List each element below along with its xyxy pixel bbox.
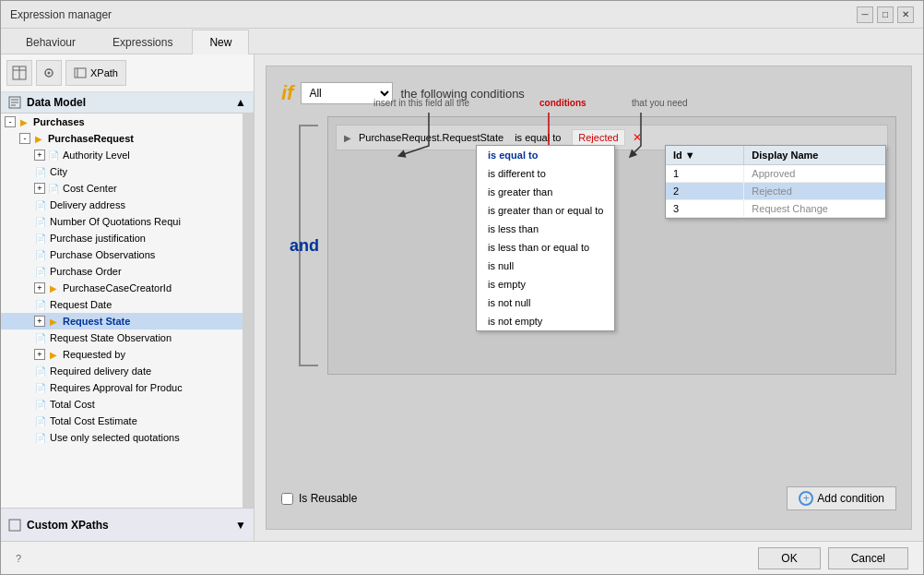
tab-behaviour[interactable]: Behaviour xyxy=(8,30,93,54)
tree-item-requeststateobs[interactable]: 📄 Request State Observation xyxy=(1,329,243,346)
operator-dropdown: is equal to is different to is greater t… xyxy=(476,145,615,331)
operator-item-different[interactable]: is different to xyxy=(477,164,614,183)
xpath-button[interactable]: XPath xyxy=(65,60,126,86)
svg-rect-11 xyxy=(9,520,20,531)
tree-item-label: Request State Observation xyxy=(50,332,172,343)
id-cell: 1 xyxy=(666,165,744,182)
operator-item-greater-equal[interactable]: is greater than or equal to xyxy=(477,201,614,220)
tree-item-label: Requested by xyxy=(63,349,125,360)
xpath-icon xyxy=(74,66,87,79)
and-label: and xyxy=(290,236,319,256)
tree-item-totalcostestimate[interactable]: 📄 Total Cost Estimate xyxy=(1,413,243,429)
tree-item-totalcost[interactable]: 📄 Total Cost xyxy=(1,396,243,413)
tree-item-observations[interactable]: 📄 Purchase Observations xyxy=(1,246,243,263)
tree-item-quotationsonly[interactable]: 📄 Use only selected quotations xyxy=(1,429,243,446)
tree-item-label: Requires Approval for Produc xyxy=(50,382,183,393)
collapse-arrow[interactable]: ▲ xyxy=(235,96,246,109)
delete-condition-button[interactable]: ✕ xyxy=(633,131,642,144)
tree-item-quotations[interactable]: 📄 Number Of Quotations Requi xyxy=(1,213,243,230)
tree-item-label: Number Of Quotations Requi xyxy=(50,216,181,227)
condition-value[interactable]: Rejected xyxy=(572,129,624,146)
ok-button[interactable]: OK xyxy=(758,547,820,569)
tree-item-authority[interactable]: + 📄 Authority Level xyxy=(1,147,243,163)
if-row: if All the following conditions xyxy=(281,81,896,105)
operator-item-less-equal[interactable]: is less than or equal to xyxy=(477,238,614,257)
tree-item-purchases[interactable]: - ▶ Purchases xyxy=(1,114,243,130)
condition-field[interactable]: PurchaseRequest.RequestState xyxy=(359,132,503,143)
close-button[interactable]: ✕ xyxy=(897,6,914,23)
tree-item-costcenter[interactable]: + 📄 Cost Center xyxy=(1,180,243,197)
settings-icon-button[interactable] xyxy=(36,60,62,86)
expand-toggle[interactable]: + xyxy=(34,316,45,327)
tab-new[interactable]: New xyxy=(192,30,249,54)
tree-item-requiresapproval[interactable]: 📄 Requires Approval for Produc xyxy=(1,379,243,396)
expand-toggle[interactable]: + xyxy=(34,349,45,360)
expand-toggle[interactable]: - xyxy=(19,133,30,144)
help-icon[interactable]: ? xyxy=(16,553,21,564)
expand-toggle[interactable]: + xyxy=(34,183,45,194)
add-condition-button[interactable]: + Add condition xyxy=(787,486,896,510)
operator-item-empty[interactable]: is empty xyxy=(477,275,614,293)
operator-item-greater[interactable]: is greater than xyxy=(477,183,614,201)
doc-icon: 📄 xyxy=(34,365,47,377)
if-label: if xyxy=(281,81,293,105)
doc-icon: 📄 xyxy=(34,215,47,228)
tree-item-requestedby[interactable]: + ▶ Requested by xyxy=(1,346,243,363)
tree-item-purchaseorder[interactable]: 📄 Purchase Order xyxy=(1,263,243,280)
tree-scrollbar[interactable] xyxy=(243,114,254,508)
id-cell: 3 xyxy=(666,200,744,217)
value-row-2[interactable]: 2 Rejected xyxy=(666,183,885,200)
tree-item-purchaserequest[interactable]: - ▶ PurchaseRequest xyxy=(1,130,243,147)
cancel-button[interactable]: Cancel xyxy=(828,547,908,569)
tree-item-casecreator[interactable]: + ▶ PurchaseCaseCreatorId xyxy=(1,280,243,296)
folder-icon: ▶ xyxy=(47,315,60,328)
id-cell: 2 xyxy=(666,183,744,199)
tree-item-requeststate[interactable]: + ▶ Request State xyxy=(1,313,243,329)
doc-icon: 📄 xyxy=(34,381,47,394)
tree-header-icon xyxy=(8,96,21,109)
operator-item-not-empty[interactable]: is not empty xyxy=(477,312,614,330)
right-panel: if All the following conditions insert i… xyxy=(255,54,923,541)
doc-icon: 📄 xyxy=(34,431,47,444)
expand-toggle[interactable]: + xyxy=(34,150,45,161)
is-reusable-label: Is Reusable xyxy=(299,492,357,505)
is-reusable-checkbox[interactable] xyxy=(281,493,293,505)
expand-toggle[interactable]: + xyxy=(34,282,45,293)
doc-icon: 📄 xyxy=(34,165,47,178)
is-reusable-row: Is Reusable xyxy=(281,492,357,505)
tree-item-deliverydate[interactable]: 📄 Required delivery date xyxy=(1,363,243,379)
maximize-button[interactable]: □ xyxy=(877,6,894,23)
operator-item-less[interactable]: is less than xyxy=(477,220,614,238)
and-area: and xyxy=(281,116,327,375)
operator-item-equal[interactable]: is equal to xyxy=(477,146,614,164)
tree-item-label: Total Cost Estimate xyxy=(50,415,137,426)
condition-area: if All the following conditions insert i… xyxy=(266,66,912,530)
doc-icon: 📄 xyxy=(47,182,60,195)
folder-icon: ▶ xyxy=(18,115,30,128)
tab-expressions[interactable]: Expressions xyxy=(95,30,190,54)
value-row-3[interactable]: 3 Request Change xyxy=(666,200,885,218)
custom-xpaths-panel[interactable]: Custom XPaths ▼ xyxy=(1,508,254,541)
condition-operator[interactable]: is equal to xyxy=(507,132,568,143)
left-panel: XPath Data Model ▲ - ▶ Purchases xyxy=(1,54,255,541)
value-row-1[interactable]: 1 Approved xyxy=(666,165,885,183)
condition-container: insert in this field all the conditions … xyxy=(281,116,896,475)
tree-item-delivery[interactable]: 📄 Delivery address xyxy=(1,197,243,213)
table-icon-button[interactable] xyxy=(6,60,32,86)
all-select[interactable]: All xyxy=(301,82,393,104)
operator-item-not-null[interactable]: is not null xyxy=(477,293,614,312)
custom-xpath-icon xyxy=(8,519,21,532)
operator-item-null[interactable]: is null xyxy=(477,257,614,275)
following-conditions-text: the following conditions xyxy=(400,87,524,101)
tree-item-label: Cost Center xyxy=(63,183,117,194)
tree-item-requestdate[interactable]: 📄 Request Date xyxy=(1,296,243,313)
tree-item-justification[interactable]: 📄 Purchase justification xyxy=(1,230,243,246)
collapse-icon[interactable]: ▼ xyxy=(235,519,246,532)
table-icon xyxy=(12,66,27,80)
id-column-header: Id ▼ xyxy=(666,146,744,164)
doc-icon: 📄 xyxy=(34,398,47,411)
tree-item-label: Use only selected quotations xyxy=(50,432,180,443)
minimize-button[interactable]: ─ xyxy=(857,6,873,23)
expand-toggle[interactable]: - xyxy=(5,116,16,127)
tree-item-city[interactable]: 📄 City xyxy=(1,163,243,180)
